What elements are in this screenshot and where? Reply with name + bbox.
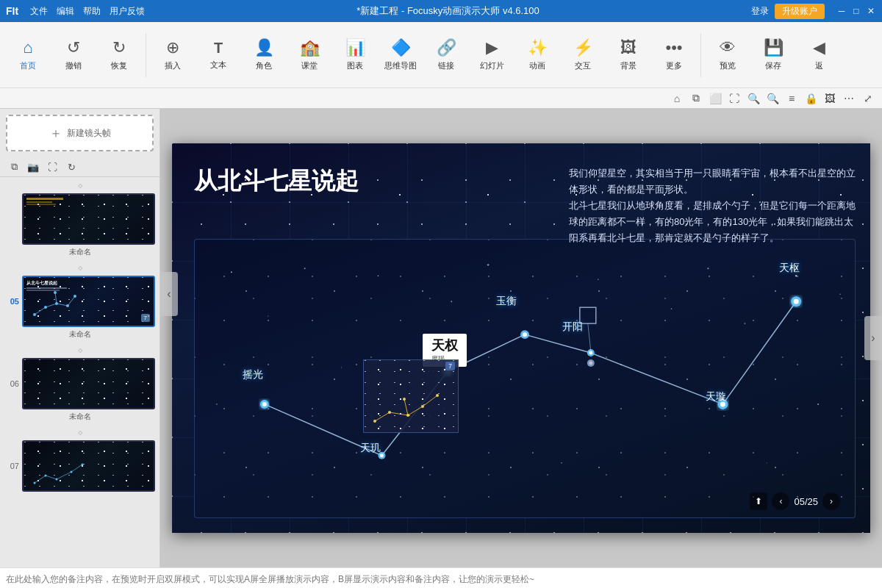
sidebar: ＋ 新建镜头帧 ⧉ 📷 ⛶ ↻ ⬦ [0, 109, 160, 567]
counter-prev-btn[interactable]: ‹ [772, 492, 789, 510]
mindmap-icon: 🔷 [391, 38, 411, 57]
toolbar-home[interactable]: ⌂ 首页 [6, 26, 50, 85]
svg-line-4 [55, 293, 57, 304]
upgrade-button[interactable]: 升级账户 [775, 4, 825, 19]
maximize-button[interactable]: □ [851, 6, 861, 16]
toolbar-role[interactable]: 👤 角色 [242, 26, 286, 85]
home-icon-btn[interactable]: ⌂ [669, 90, 685, 107]
menu-help[interactable]: 帮助 [83, 5, 101, 18]
slide-thumb-06[interactable] [22, 358, 155, 409]
toolbar-link[interactable]: 🔗 链接 [424, 26, 468, 85]
constellation-svg [195, 240, 855, 517]
toolbar-interact[interactable]: ⚡ 交互 [561, 26, 605, 85]
frame-copy-btn[interactable]: ⧉ [6, 159, 22, 175]
main-toolbar: ⌂ 首页 ↺ 撤销 ↻ 恢复 ⊕ 插入 T 文本 👤 角色 🏫 课堂 📊 图表 … [0, 22, 882, 88]
toolbar-course[interactable]: 🏫 课堂 [287, 26, 331, 85]
toolbar-redo[interactable]: ↻ 恢复 [97, 26, 141, 85]
left-nav-arrow[interactable]: ‹ [160, 272, 178, 316]
toolbar-course-label: 课堂 [301, 60, 318, 71]
slide-thumb-07[interactable] [22, 440, 155, 492]
titlebar-menus: 文件 编辑 帮助 用户反馈 [30, 5, 145, 18]
svg-line-64 [408, 406, 423, 415]
toolbar-back-label: 返 [815, 60, 823, 71]
svg-point-61 [589, 362, 592, 365]
align-icon-btn[interactable]: ≡ [784, 90, 800, 107]
svg-point-18 [71, 471, 73, 473]
toolbar-back[interactable]: ◀ 返 [797, 26, 841, 85]
menu-edit[interactable]: 编辑 [57, 5, 74, 18]
svg-point-29 [451, 301, 452, 302]
toolbar-chart[interactable]: 📊 图表 [333, 26, 377, 85]
image-icon-btn[interactable]: 🖼 [822, 90, 838, 107]
new-frame-button[interactable]: ＋ 新建镜头帧 [6, 115, 154, 151]
notes-input[interactable] [6, 573, 876, 588]
paste-icon-btn[interactable]: ⬜ [707, 90, 723, 107]
toolbar-more[interactable]: ••• 更多 [652, 26, 696, 85]
slide-separator-2: ⬦ [3, 342, 157, 356]
toolbar-save[interactable]: 💾 保存 [751, 26, 795, 85]
svg-point-17 [56, 478, 58, 481]
role-icon: 👤 [254, 38, 274, 57]
toolbar-mindmap[interactable]: 🔷 思维导图 [379, 26, 423, 85]
toolbar-slide[interactable]: ▶ 幻灯片 [470, 26, 514, 85]
toolbar-undo[interactable]: ↺ 撤销 [51, 26, 96, 85]
copy-icon-btn[interactable]: ⧉ [688, 90, 704, 107]
counter-text: 05/25 [794, 496, 818, 507]
right-nav-arrow[interactable]: › [864, 316, 882, 360]
zoom-in-icon-btn[interactable]: 🔍 [745, 90, 761, 107]
svg-point-26 [795, 275, 797, 276]
slide-number-07: 07 [4, 462, 19, 470]
window-controls: ─ □ ✕ [836, 6, 876, 16]
slide-thumb-05[interactable]: 从北斗七星说起 [22, 276, 155, 327]
svg-point-9 [74, 295, 76, 298]
mini-badge: 7 [141, 314, 150, 322]
slide-thumb-prev[interactable] [22, 193, 155, 245]
expand-icon-btn[interactable]: ⤢ [860, 90, 876, 107]
svg-line-65 [423, 395, 437, 406]
slide-item-06: 06 [3, 356, 157, 411]
toolbar-divider-2 [700, 33, 701, 77]
toolbar-mindmap-label: 思维导图 [384, 60, 417, 71]
counter-upload-btn[interactable]: ⬆ [750, 492, 767, 510]
new-frame-label: 新建镜头帧 [67, 127, 111, 140]
preview-icon: 👁 [720, 38, 736, 57]
frame-toolbar: ⧉ 📷 ⛶ ↻ [0, 157, 159, 177]
toolbar-animate[interactable]: ✨ 动画 [515, 26, 559, 85]
toolbar-bg[interactable]: 🖼 背景 [606, 26, 650, 85]
slide-separator-mid: ⬦ [3, 259, 157, 274]
svg-line-11 [35, 476, 46, 483]
slides-list: ⬦ 未命名 [0, 177, 159, 567]
toolbar-preview[interactable]: 👁 预览 [706, 26, 750, 85]
toolbar-insert[interactable]: ⊕ 插入 [151, 26, 195, 85]
toolbar-text-label: 文本 [210, 60, 226, 71]
insert-icon: ⊕ [166, 38, 179, 57]
toolbar-text[interactable]: T 文本 [196, 26, 240, 85]
more2-icon-btn[interactable]: ⋯ [841, 90, 857, 107]
login-button[interactable]: 登录 [751, 5, 769, 18]
lock-icon-btn[interactable]: 🔒 [803, 90, 819, 107]
toolbar-save-label: 保存 [765, 60, 781, 71]
slide-description: 我们仰望星空，其实相当于用一只眼睛看宇宙，根本看不出星空的立体形状，看的都是平面… [569, 165, 856, 246]
frame-rotate-btn[interactable]: ↻ [63, 159, 79, 175]
fit-icon-btn[interactable]: ⛶ [726, 90, 742, 107]
zoom-out-icon-btn[interactable]: 🔍 [764, 90, 781, 107]
close-button[interactable]: ✕ [866, 6, 876, 16]
svg-line-0 [35, 307, 46, 315]
menu-feedback[interactable]: 用户反馈 [110, 5, 145, 18]
separator-icon-mid: ⬦ [77, 261, 83, 273]
counter-next-btn[interactable]: › [822, 492, 840, 510]
undo-icon: ↺ [67, 38, 80, 57]
titlebar: FIt 文件 编辑 帮助 用户反馈 *新建工程 - Focusky动画演示大师 … [0, 0, 882, 22]
minimize-button[interactable]: ─ [836, 6, 847, 16]
slide-item-prev [3, 192, 157, 246]
slide-title[interactable]: 从北斗七星说起 [194, 165, 359, 198]
svg-point-45 [262, 402, 267, 406]
frame-camera-btn[interactable]: 📷 [25, 159, 41, 175]
frame-fit-btn[interactable]: ⛶ [44, 159, 60, 175]
toolbar-undo-label: 撤销 [65, 60, 82, 71]
active-thumb-bg: 从北斗七星说起 [24, 277, 154, 326]
menu-file[interactable]: 文件 [30, 5, 48, 18]
slide-number-06: 06 [4, 379, 19, 388]
toolbar-insert-label: 插入 [165, 60, 181, 71]
slide-icon: ▶ [486, 38, 498, 57]
